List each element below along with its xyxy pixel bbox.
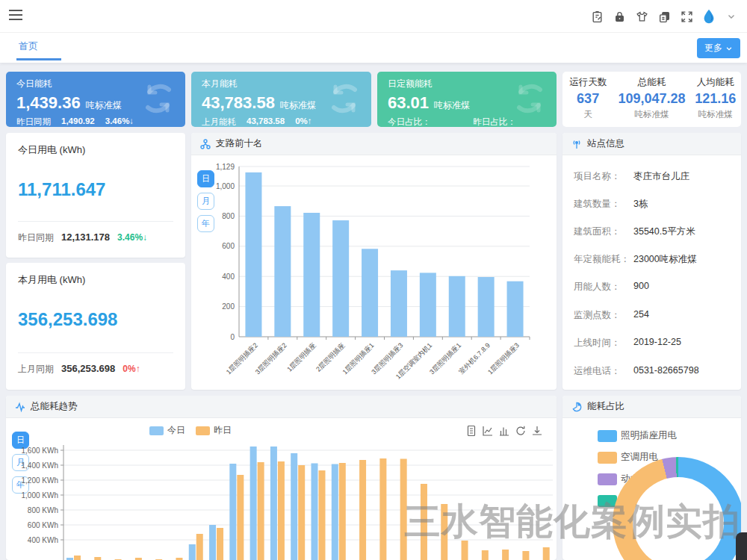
- usage-value: 11,711.647: [6, 157, 185, 200]
- pulse-icon: [15, 402, 25, 412]
- antenna-icon: [571, 139, 582, 149]
- copy-icon[interactable]: [656, 8, 672, 25]
- stat-per-capita: 人均能耗 121.16 吨标准煤: [690, 72, 741, 127]
- dashboard-root: 首页 更多 今日能耗 1,439.36 吨标准煤 昨日同期 1,490.92 3…: [0, 0, 747, 560]
- panel-header: 总能耗趋势: [6, 396, 557, 418]
- trend-bar-chart[interactable]: 400 KWh600 KWh800 KWh1,000 KWh1,200 KWh1…: [6, 418, 557, 560]
- panel-branch-top10: 支路前十名 日 月 年 02004006008001,0001,1291层照明插…: [191, 133, 557, 390]
- theme-shirt-icon[interactable]: [633, 8, 650, 25]
- more-button[interactable]: 更多: [697, 38, 740, 58]
- caret-down-icon[interactable]: [723, 8, 740, 25]
- card-month-electricity: 本月用电 (kWh) 356,253.698 上月同期 356,253.698 …: [6, 263, 185, 390]
- clipboard-edit-icon[interactable]: [589, 8, 605, 25]
- svg-text:1,200 KWh: 1,200 KWh: [22, 476, 58, 485]
- site-row-points: 监测点数：254: [574, 309, 734, 322]
- lock-icon[interactable]: [611, 8, 627, 25]
- divider: [18, 221, 173, 222]
- kpi-card-daily-quota: 日定额能耗 63.01 吨标准煤 今日占比：2,284.2% 昨日占比：2,36…: [377, 72, 557, 127]
- svg-text:400: 400: [222, 273, 235, 281]
- svg-text:1,400 KWh: 1,400 KWh: [22, 461, 58, 470]
- legend-label: 照明插座用电: [621, 429, 677, 442]
- recycle-icon: [510, 79, 549, 118]
- svg-text:600: 600: [222, 242, 235, 250]
- kpi-footer-delta: 0%↑: [295, 116, 311, 127]
- svg-text:1,129: 1,129: [216, 163, 235, 171]
- usage-footer-value: 356,253.698: [61, 363, 115, 374]
- site-row-quota: 年定额能耗：23000吨标准煤: [574, 253, 734, 266]
- stat-total-energy: 总能耗 109,047.28 吨标准煤: [613, 72, 689, 127]
- usage-footer-delta: 3.46%↓: [117, 232, 147, 243]
- site-row-phone: 运维电话：0531-82665798: [574, 365, 734, 378]
- svg-text:400 KWh: 400 KWh: [28, 536, 58, 544]
- stat-running-days: 运行天数 637 天: [562, 72, 613, 127]
- fullscreen-icon[interactable]: [678, 8, 695, 25]
- stats-strip: 运行天数 637 天 总能耗 109,047.28 吨标准煤 人均能耗 121.…: [562, 72, 741, 127]
- panel-title: 站点信息: [587, 137, 624, 150]
- panel-site-info: 站点信息 项目名称：枣庄市台儿庄 建筑数量：3栋 建筑面积：35540.5平方米…: [562, 133, 741, 390]
- site-row-area: 建筑面积：35540.5平方米: [574, 225, 734, 238]
- kpi-value: 63.01: [388, 93, 429, 113]
- svg-text:1层照明插座: 1层照明插座: [285, 341, 317, 373]
- usage-title: 本月用电 (kWh): [6, 263, 185, 287]
- card-today-electricity: 今日用电 (kWh) 11,711.647 昨日同期 12,131.178 3.…: [6, 133, 185, 258]
- pie-chart-icon: [571, 402, 582, 412]
- site-row-project: 项目名称：枣庄市台儿庄: [574, 170, 734, 183]
- site-row-buildings: 建筑数量：3栋: [574, 198, 734, 211]
- usage-footer-value: 12,131.178: [61, 231, 110, 243]
- menu-toggle-icon[interactable]: [9, 10, 22, 22]
- kpi-card-today-energy: 今日能耗 1,439.36 吨标准煤 昨日同期 1,490.92 3.46%↓: [6, 72, 185, 127]
- usage-footer-label: 上月同期: [18, 363, 54, 376]
- svg-text:0: 0: [230, 333, 235, 341]
- org-chart-icon: [200, 139, 211, 149]
- caret-down-icon: [725, 45, 733, 52]
- legend-swatch: [598, 473, 617, 485]
- usage-value: 356,253.698: [6, 287, 185, 330]
- svg-text:800 KWh: 800 KWh: [28, 506, 58, 514]
- svg-text:800: 800: [222, 212, 235, 220]
- panel-title: 支路前十名: [216, 137, 263, 150]
- panel-header: 站点信息: [562, 133, 741, 155]
- kpi-footer-value: 43,783.58: [247, 116, 285, 127]
- tab-active-underline: [16, 58, 61, 60]
- usage-footer-delta: 0%↑: [123, 364, 140, 374]
- usage-footer-label: 昨日同期: [18, 231, 54, 244]
- usage-title: 今日用电 (kWh): [6, 133, 185, 157]
- svg-text:1,000: 1,000: [216, 182, 235, 190]
- kpi-footer-value: 1,490.92: [61, 116, 95, 127]
- tab-home[interactable]: 首页: [10, 40, 46, 60]
- scroll-indicator[interactable]: [736, 532, 747, 560]
- panel-title: 能耗占比: [587, 400, 624, 413]
- svg-text:1,000 KWh: 1,000 KWh: [22, 491, 58, 500]
- panel-energy-trend: 总能耗趋势 今日昨日 日 月 年 400 KWh600 KWh800 KWh1,…: [6, 396, 557, 560]
- kpi-footer-label: 上月能耗: [202, 116, 236, 127]
- more-button-label: 更多: [704, 42, 722, 55]
- panel-energy-share: 能耗占比 照明插座用电空调用电动力用电特殊用电: [562, 396, 741, 560]
- divider: [18, 352, 173, 353]
- kpi-footer-label: 昨日同期: [16, 116, 51, 127]
- recycle-icon: [139, 79, 178, 118]
- kpi-footer-ratio-yesterday: 昨日占比：2,366.03%: [473, 116, 546, 127]
- legend-swatch: [598, 430, 617, 442]
- kpi-footer-delta: 3.46%↓: [105, 116, 134, 127]
- svg-text:600 KWh: 600 KWh: [28, 521, 58, 529]
- kpi-unit: 吨标准煤: [280, 99, 316, 112]
- svg-text:2层照明插座: 2层照明插座: [314, 341, 346, 373]
- tabbar: 首页 更多: [0, 33, 747, 63]
- donut-hole: [633, 477, 724, 560]
- kpi-value: 1,439.36: [16, 93, 81, 113]
- app-logo-drop[interactable]: [701, 8, 717, 25]
- legend-swatch: [598, 452, 617, 464]
- pie-legend-item-照明插座用电[interactable]: 照明插座用电: [598, 429, 677, 442]
- site-row-people: 用能人数：900: [574, 281, 734, 293]
- kpi-unit: 吨标准煤: [86, 99, 122, 112]
- svg-text:200: 200: [222, 302, 235, 311]
- kpi-unit: 吨标准煤: [434, 99, 470, 112]
- panel-header: 能耗占比: [562, 396, 741, 418]
- svg-text:1,600 KWh: 1,600 KWh: [22, 447, 58, 455]
- topbar: [0, 0, 747, 33]
- panel-header: 支路前十名: [191, 133, 557, 155]
- recycle-icon: [325, 79, 364, 118]
- panel-title: 总能耗趋势: [31, 400, 78, 413]
- branch-bar-chart[interactable]: 02004006008001,0001,1291层照明插座23层照明插座21层照…: [191, 155, 557, 390]
- kpi-value: 43,783.58: [202, 93, 275, 113]
